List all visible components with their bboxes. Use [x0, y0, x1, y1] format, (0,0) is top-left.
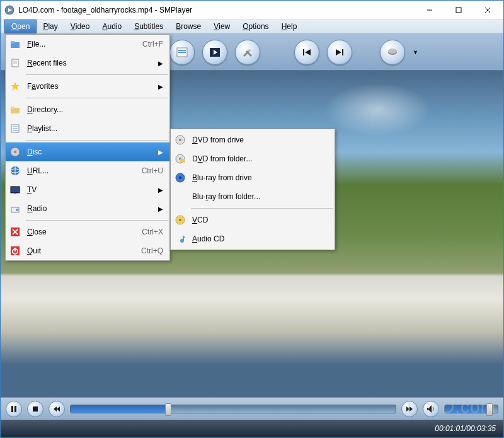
stop-button[interactable]	[27, 401, 43, 417]
menu-shortcut: Ctrl+Q	[141, 246, 163, 255]
time-current: 00:01:01	[435, 424, 464, 433]
svg-point-24	[248, 49, 251, 52]
menu-item-label: Recent files	[25, 59, 158, 67]
menu-separator	[26, 220, 168, 221]
open-menu-tv[interactable]: TV▶	[6, 180, 169, 199]
dvdf-icon	[171, 154, 190, 164]
menu-item-label: Audio CD	[190, 234, 328, 243]
svg-rect-19	[178, 52, 186, 53]
minimize-button[interactable]	[415, 1, 444, 19]
disc-menu-blu-ray-from-folder[interactable]: Blu-ray from folder...	[171, 187, 335, 206]
menu-item-label: Playlist...	[25, 124, 163, 133]
folder-icon	[6, 39, 25, 49]
open-menu-close[interactable]: CloseCtrl+X	[6, 222, 169, 241]
preferences-button[interactable]	[235, 40, 260, 65]
menu-video[interactable]: Video	[64, 20, 96, 33]
svg-rect-56	[11, 187, 20, 193]
disc-menu-dvd-from-drive[interactable]: DVD from drive	[171, 130, 335, 149]
playlist-button[interactable]	[202, 40, 227, 65]
open-menu-disc[interactable]: Disc▶	[6, 142, 169, 161]
disc-menu-dvd-from-folder[interactable]: DVD from folder...	[171, 149, 335, 168]
acd-icon	[171, 234, 190, 244]
statusbar: 00:01:01 / 00:03:35	[1, 420, 503, 437]
menu-item-label: Radio	[25, 204, 158, 213]
open-menu-dropdown: File...Ctrl+FRecent files▶Favorites▶Dire…	[5, 34, 170, 261]
disc-menu-blu-ray-from-drive[interactable]: Blu-ray from drive	[171, 168, 335, 187]
svg-point-72	[179, 176, 181, 179]
open-menu-radio[interactable]: Radio▶	[6, 199, 169, 218]
disc-submenu: DVD from driveDVD from folder...Blu-ray …	[170, 129, 335, 250]
menu-separator	[191, 208, 333, 209]
open-menu-url[interactable]: URL...Ctrl+U	[6, 161, 169, 180]
seek-thumb[interactable]	[165, 403, 171, 416]
svg-point-74	[179, 219, 181, 221]
seek-fill	[71, 405, 168, 413]
disc-menu-vcd[interactable]: VCD	[171, 210, 335, 229]
open-menu-recent-files[interactable]: Recent files▶	[6, 54, 169, 72]
seek-bar[interactable]	[70, 405, 396, 413]
menu-item-label: VCD	[190, 216, 328, 224]
menu-separator	[26, 98, 168, 98]
menu-view[interactable]: View	[207, 20, 236, 33]
close-icon	[6, 227, 25, 237]
svg-marker-28	[336, 49, 341, 55]
menu-item-label: URL...	[25, 166, 142, 175]
menu-item-label: Disc	[25, 147, 158, 156]
maximize-button[interactable]	[444, 1, 473, 19]
menu-help[interactable]: Help	[275, 20, 304, 33]
tv-icon	[6, 185, 25, 195]
menu-options[interactable]: Options	[236, 20, 275, 33]
menu-shortcut: Ctrl+X	[142, 228, 163, 236]
radio-icon	[6, 204, 25, 214]
open-menu-quit[interactable]: QuitCtrl+Q	[6, 241, 169, 260]
svg-rect-70	[180, 159, 185, 163]
star-icon	[6, 81, 25, 91]
dropdown-arrow-icon[interactable]: ▼	[413, 49, 418, 55]
dvd-icon	[171, 135, 190, 145]
menu-item-label: Blu-ray from drive	[190, 173, 328, 182]
next-track-button[interactable]	[327, 40, 352, 65]
audio-button[interactable]	[380, 40, 405, 65]
open-menu-favorites[interactable]: Favorites▶	[6, 77, 169, 96]
menu-shortcut: Ctrl+F	[142, 40, 163, 49]
quit-icon	[6, 246, 25, 256]
menu-browse[interactable]: Browse	[169, 20, 207, 33]
svg-rect-32	[14, 406, 16, 412]
time-total: 00:03:35	[466, 424, 496, 433]
menubar: OpenPlayVideoAudioSubtitlesBrowseViewOpt…	[1, 20, 503, 34]
svg-marker-44	[11, 82, 20, 91]
rewind-button[interactable]	[49, 401, 65, 417]
menu-separator	[26, 140, 168, 141]
menu-item-label: DVD from drive	[190, 135, 328, 144]
disc-menu-audio-cd[interactable]: Audio CD	[171, 229, 335, 248]
menu-subtitles[interactable]: Subtitles	[128, 20, 169, 33]
svg-point-67	[179, 139, 181, 141]
svg-rect-57	[14, 193, 16, 194]
svg-point-30	[388, 49, 397, 54]
menu-item-label: DVD from folder...	[190, 154, 328, 163]
menu-open[interactable]: Open	[4, 20, 37, 33]
menu-play[interactable]: Play	[37, 20, 64, 33]
submenu-arrow-icon: ▶	[158, 187, 163, 193]
menu-item-label: File...	[25, 40, 142, 49]
svg-rect-25	[303, 49, 304, 55]
svg-point-52	[14, 151, 16, 153]
svg-marker-34	[54, 406, 57, 412]
submenu-arrow-icon: ▶	[158, 83, 163, 90]
screenshot-button[interactable]	[169, 40, 195, 65]
close-button[interactable]	[473, 1, 502, 19]
app-icon	[4, 5, 14, 15]
svg-point-59	[16, 209, 18, 211]
pause-button[interactable]	[6, 401, 22, 417]
open-menu-playlist[interactable]: Playlist...	[6, 119, 169, 138]
svg-rect-18	[178, 50, 186, 51]
disc-icon	[6, 147, 25, 157]
window-controls	[415, 1, 502, 19]
playlist-icon	[6, 124, 25, 134]
svg-marker-35	[57, 406, 60, 412]
menu-item-label: Directory...	[25, 105, 163, 114]
menu-audio[interactable]: Audio	[96, 20, 128, 33]
open-menu-file[interactable]: File...Ctrl+F	[6, 35, 169, 54]
prev-track-button[interactable]	[294, 40, 319, 65]
open-menu-directory[interactable]: Directory...	[6, 100, 169, 119]
